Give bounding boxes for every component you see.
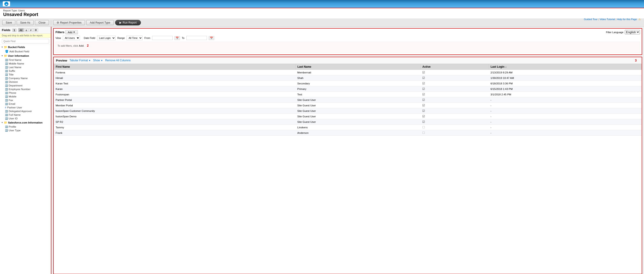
field-profile[interactable]: 🔤 Profile [0, 125, 51, 128]
cell-last-login: - [489, 97, 642, 103]
filter-grid-button[interactable]: ⊞ [33, 28, 38, 32]
chevron-down-icon-4: ▼ [73, 31, 75, 33]
col-active[interactable]: Active [420, 64, 489, 70]
filter-all-button[interactable]: All [18, 28, 24, 32]
field-user-id[interactable]: 🔤 User ID [0, 117, 51, 120]
field-icon-18: 🔤 [5, 129, 8, 132]
cell-last-login: 1/30/2019 10:47 AM [489, 75, 642, 81]
filter-hash-button[interactable]: # [29, 28, 33, 32]
save-as-button[interactable]: Save As [17, 20, 34, 25]
cell-first-name: Member Portal [54, 103, 296, 108]
cell-last-login: - [489, 125, 642, 130]
field-phone[interactable]: 🔤 Phone [0, 91, 51, 95]
cell-last-name: Site Guest User [296, 119, 420, 125]
folder-icon-2: 📁 [4, 54, 7, 57]
video-tutorial-link[interactable]: Video Tutorial [600, 18, 615, 21]
range-select[interactable]: All Time [126, 36, 142, 40]
cell-first-name: Fonteva [54, 70, 296, 75]
field-department[interactable]: 🔤 Department [0, 84, 51, 87]
field-icon-7: 🔤 [5, 81, 8, 83]
field-division[interactable]: 🔤 Division [0, 80, 51, 84]
field-user-type[interactable]: 🔤 User Type [0, 128, 51, 132]
date-field-select[interactable]: Last Login [97, 36, 116, 40]
filters-label: Filters [56, 30, 64, 34]
from-calendar-button[interactable]: 📅 [174, 36, 180, 40]
field-icon-13: 🔤 [5, 103, 8, 105]
close-button[interactable]: Close [35, 20, 49, 25]
to-calendar-button[interactable]: 📅 [209, 36, 214, 40]
add-bucket-field-item[interactable]: 🪣 Add Bucket Field [0, 49, 51, 54]
field-middle-name[interactable]: 🔤 Middle Name [0, 62, 51, 65]
field-delegated-approver[interactable]: 🔤 Delegated Approver [0, 109, 51, 113]
cell-active: ☐ [420, 130, 489, 136]
field-icon: 🔤 [5, 59, 8, 61]
field-partner-user[interactable]: # Partner User [0, 106, 51, 109]
chevron-down-icon: ▼ [1, 46, 3, 48]
field-icon-4: 🔤 [5, 70, 8, 72]
gear-icon: ⚙ [57, 21, 59, 24]
field-icon-2: 🔤 [5, 62, 8, 65]
right-panel: Filters Add ▼ Filter Language English Vi… [52, 27, 644, 274]
cell-last-name: Membernati [296, 70, 420, 75]
cell-last-login: - [489, 103, 642, 108]
salesforce-info-group[interactable]: ▼ 📁 Salesforce.com Information [0, 120, 51, 125]
view-select[interactable]: All Users [63, 36, 80, 40]
col-last-name[interactable]: Last Name [296, 64, 420, 70]
filter-alpha-button[interactable]: a [24, 28, 28, 32]
to-date-input[interactable] [186, 36, 207, 40]
table-row: KaranPrimary☑6/15/2018 1:43 PM [54, 86, 642, 92]
remove-all-columns-button[interactable]: Remove All Columns [105, 59, 131, 62]
report-properties-button[interactable]: ⚙ Report Properties [53, 20, 85, 25]
cell-active: ☑ [420, 81, 489, 86]
cell-first-name: Frank [54, 130, 296, 136]
field-icon-15: 🔤 [5, 114, 8, 116]
filter-language-select[interactable]: English [625, 30, 640, 34]
toolbar: Save Save As Close ⚙ Report Properties A… [0, 19, 644, 27]
chevron-down-icon-5: ▼ [88, 59, 91, 62]
col-first-name[interactable]: First Name [54, 64, 296, 70]
table-row: HimaliShah☑1/30/2019 10:47 AM [54, 75, 642, 81]
bucket-fields-group[interactable]: ▼ 📁 Bucket Fields [0, 45, 51, 49]
fields-title: Fields [2, 28, 10, 32]
preview-section: Preview Tabular Format ▼ Show ▼ Remove A… [53, 57, 642, 274]
toolbar-separator [51, 20, 51, 25]
field-first-name[interactable]: 🔤 First Name [0, 58, 51, 62]
cell-first-name: Himali [54, 75, 296, 81]
chevron-down-icon-2: ▼ [1, 55, 3, 57]
guided-tour-link[interactable]: Guided Tour [584, 18, 598, 21]
field-icon-12: 🔤 [5, 99, 8, 101]
field-employee-number[interactable]: 🔤 Employee Number [0, 87, 51, 91]
sf-circle-icon: ☁ [4, 2, 8, 6]
filters-content: To add filters, click Add. 2 [56, 42, 640, 53]
table-row: fusionSpan Customer CommunitySite Guest … [54, 108, 642, 114]
user-information-group[interactable]: ▼ 📁 User Information [0, 54, 51, 58]
from-label: From [144, 37, 150, 39]
quick-find-input[interactable] [2, 39, 49, 44]
field-fax[interactable]: 🔤 Fax [0, 98, 51, 102]
from-date-input[interactable] [152, 36, 173, 40]
tabular-format-dropdown[interactable]: Tabular Format ▼ [70, 59, 91, 62]
cell-first-name: Partner Portal [54, 97, 296, 103]
save-button[interactable]: Save [2, 20, 15, 25]
field-suffix[interactable]: 🔤 Suffix [0, 69, 51, 73]
salesforce-logo: ☁ [3, 1, 10, 7]
help-link[interactable]: Help for this Page [617, 18, 637, 21]
field-mobile[interactable]: 🔤 Mobile [0, 95, 51, 98]
cell-last-login: - [489, 130, 642, 136]
run-report-button[interactable]: ▶ Run Report [115, 20, 141, 25]
field-full-name[interactable]: 🔤 Full Name [0, 113, 51, 117]
add-report-type-button[interactable]: Add Report Type [86, 20, 114, 25]
table-row: Partner PortalSite Guest User☑- [54, 97, 642, 103]
field-company-name[interactable]: 🔤 Company Name [0, 76, 51, 80]
view-label: View [56, 37, 61, 39]
cell-last-name: Shah [296, 75, 420, 81]
field-last-name[interactable]: 🔤 Last Name [0, 65, 51, 69]
cell-last-name: Site Guest User [296, 114, 420, 119]
field-email[interactable]: 🔤 Email [0, 102, 51, 106]
col-last-login[interactable]: Last Login ↓ [489, 64, 642, 70]
add-filter-button[interactable]: Add ▼ [65, 30, 78, 34]
show-dropdown[interactable]: Show ▼ [93, 59, 103, 62]
filters-section: Filters Add ▼ Filter Language English Vi… [53, 28, 642, 55]
field-title[interactable]: 🔤 Title [0, 73, 51, 76]
filters-hint: To add filters, click Add. [58, 44, 84, 47]
